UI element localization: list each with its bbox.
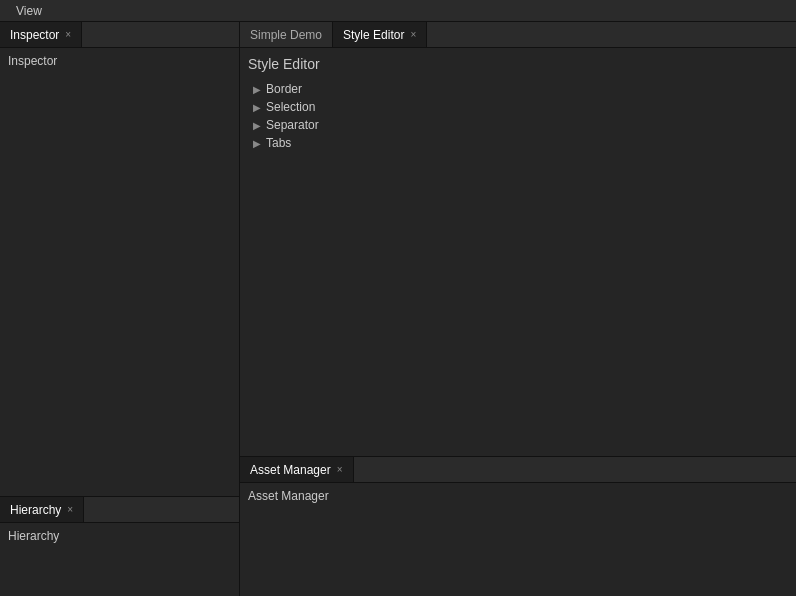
left-panel: Inspector × Inspector Hierarchy × H: [0, 22, 240, 596]
right-content: Style Editor ▶ Border ▶ Selection ▶: [240, 48, 796, 596]
tree-item-selection-label: Selection: [266, 100, 315, 114]
hierarchy-tab-label: Hierarchy: [10, 503, 61, 517]
tab-simple-demo[interactable]: Simple Demo: [240, 22, 333, 47]
hierarchy-tab-bar: Hierarchy ×: [0, 497, 239, 523]
inspector-label: Inspector: [8, 54, 57, 68]
arrow-icon-selection: ▶: [252, 102, 262, 113]
main-layout: Inspector × Inspector Hierarchy × H: [0, 22, 796, 596]
style-editor-tab-label: Style Editor: [343, 28, 404, 42]
tab-asset-manager[interactable]: Asset Manager ×: [240, 457, 354, 482]
asset-manager-section: Asset Manager × Asset Manager: [240, 456, 796, 596]
asset-manager-tab-label: Asset Manager: [250, 463, 331, 477]
tree-item-tabs[interactable]: ▶ Tabs: [248, 134, 788, 152]
inspector-tab-close[interactable]: ×: [65, 30, 71, 40]
asset-manager-label: Asset Manager: [248, 489, 329, 503]
hierarchy-tab-close[interactable]: ×: [67, 505, 73, 515]
menu-view[interactable]: View: [8, 4, 50, 18]
style-tree: ▶ Border ▶ Selection ▶ Separator ▶: [248, 80, 788, 152]
tree-item-selection[interactable]: ▶ Selection: [248, 98, 788, 116]
right-tab-bar: Simple Demo Style Editor ×: [240, 22, 796, 48]
tree-item-border-label: Border: [266, 82, 302, 96]
inspector-tab-bar: Inspector ×: [0, 22, 239, 48]
hierarchy-content: Hierarchy: [0, 523, 239, 596]
simple-demo-label: Simple Demo: [250, 28, 322, 42]
tab-style-editor[interactable]: Style Editor ×: [333, 22, 427, 47]
tree-item-separator[interactable]: ▶ Separator: [248, 116, 788, 134]
app-container: View Inspector × Inspector: [0, 0, 796, 596]
inspector-content: Inspector: [0, 48, 239, 496]
tree-item-separator-label: Separator: [266, 118, 319, 132]
asset-manager-tab-bar: Asset Manager ×: [240, 457, 796, 483]
inspector-tab-label: Inspector: [10, 28, 59, 42]
style-editor-tab-close[interactable]: ×: [410, 30, 416, 40]
arrow-icon-tabs: ▶: [252, 138, 262, 149]
asset-manager-content: Asset Manager: [240, 483, 796, 596]
arrow-icon-border: ▶: [252, 84, 262, 95]
inspector-section: Inspector × Inspector: [0, 22, 239, 496]
tree-item-border[interactable]: ▶ Border: [248, 80, 788, 98]
tree-item-tabs-label: Tabs: [266, 136, 291, 150]
hierarchy-section: Hierarchy × Hierarchy: [0, 496, 239, 596]
menu-bar: View: [0, 0, 796, 22]
right-panel: Simple Demo Style Editor × Style Editor …: [240, 22, 796, 596]
tab-hierarchy[interactable]: Hierarchy ×: [0, 497, 84, 522]
tab-inspector[interactable]: Inspector ×: [0, 22, 82, 47]
asset-manager-tab-close[interactable]: ×: [337, 465, 343, 475]
hierarchy-label: Hierarchy: [8, 529, 59, 543]
style-editor-title: Style Editor: [248, 56, 788, 72]
style-editor-area: Style Editor ▶ Border ▶ Selection ▶: [240, 48, 796, 456]
arrow-icon-separator: ▶: [252, 120, 262, 131]
